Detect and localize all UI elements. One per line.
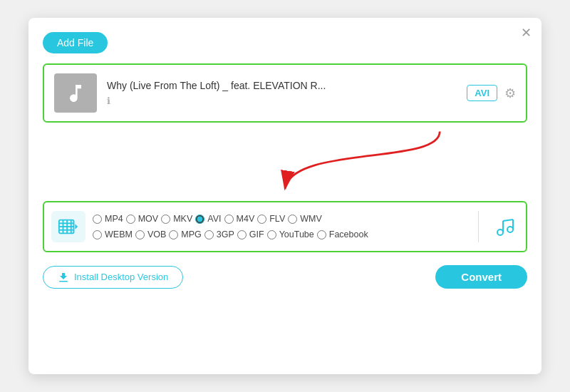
- format-mkv[interactable]: MKV: [161, 214, 192, 224]
- file-title: Why (Live From The Loft) _ feat. ELEVATI…: [107, 80, 467, 91]
- format-row-1: MP4 MOV MKV AVI M4V FLV WMV: [93, 214, 467, 224]
- video-icon-box: [51, 211, 86, 242]
- svg-marker-8: [75, 224, 78, 229]
- format-flv[interactable]: FLV: [257, 214, 285, 224]
- music-icon: [64, 82, 87, 105]
- file-actions: AVI ⚙: [467, 85, 516, 101]
- svg-point-9: [497, 229, 503, 235]
- format-3gp[interactable]: 3GP: [204, 229, 234, 239]
- install-button[interactable]: Install Desktop Version: [43, 266, 183, 289]
- format-wmv[interactable]: WMV: [288, 214, 322, 224]
- audio-icon-box[interactable]: [490, 212, 519, 241]
- settings-button[interactable]: ⚙: [504, 86, 516, 101]
- audio-format-icon: [493, 215, 516, 238]
- format-mov[interactable]: MOV: [126, 214, 158, 224]
- format-mpg[interactable]: MPG: [169, 229, 201, 239]
- bottom-bar: Install Desktop Version Convert: [43, 265, 527, 289]
- main-dialog: ✕ Add File Why (Live From The Loft) _ fe…: [28, 18, 542, 374]
- add-file-button[interactable]: Add File: [43, 32, 108, 53]
- format-mp4[interactable]: MP4: [93, 214, 123, 224]
- format-grid: MP4 MOV MKV AVI M4V FLV WMV WEBM VOB MPG…: [93, 214, 467, 239]
- format-youtube[interactable]: YouTube: [267, 229, 314, 239]
- divider: [478, 211, 479, 242]
- format-selector: MP4 MOV MKV AVI M4V FLV WMV WEBM VOB MPG…: [43, 201, 527, 252]
- convert-button[interactable]: Convert: [435, 265, 527, 289]
- format-row-2: WEBM VOB MPG 3GP GIF YouTube Facebook: [93, 229, 467, 239]
- format-badge: AVI: [467, 85, 497, 101]
- svg-line-13: [503, 220, 513, 221]
- download-icon: [58, 272, 69, 283]
- music-thumbnail: [54, 73, 97, 113]
- arrow-area: [43, 123, 527, 201]
- file-card: Why (Live From The Loft) _ feat. ELEVATI…: [43, 63, 527, 123]
- format-avi[interactable]: AVI: [195, 214, 221, 224]
- file-info: Why (Live From The Loft) _ feat. ELEVATI…: [107, 80, 467, 107]
- format-vob[interactable]: VOB: [135, 229, 166, 239]
- svg-point-10: [507, 227, 513, 232]
- arrow-svg: [43, 123, 527, 201]
- video-format-icon: [58, 216, 79, 237]
- format-webm[interactable]: WEBM: [93, 229, 133, 239]
- svg-rect-14: [59, 281, 68, 282]
- format-m4v[interactable]: M4V: [224, 214, 255, 224]
- format-facebook[interactable]: Facebook: [317, 229, 368, 239]
- info-icon[interactable]: ℹ: [107, 96, 110, 106]
- format-gif[interactable]: GIF: [237, 229, 264, 239]
- close-button[interactable]: ✕: [521, 26, 532, 39]
